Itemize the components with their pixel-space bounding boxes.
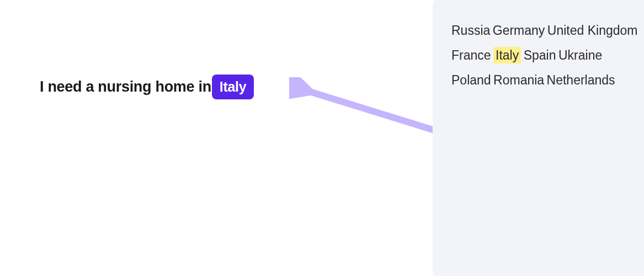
country-option-italy[interactable]: Italy: [493, 49, 521, 62]
sentence-builder: I need a nursing home in Italy: [40, 75, 254, 99]
country-dropdown-panel: Russia Germany United Kingdom France Ita…: [433, 0, 644, 276]
country-option-germany[interactable]: Germany: [493, 24, 545, 37]
country-option-spain[interactable]: Spain: [524, 49, 556, 62]
country-option-united-kingdom[interactable]: United Kingdom: [547, 24, 638, 37]
country-option-romania[interactable]: Romania: [493, 74, 544, 87]
country-option-netherlands[interactable]: Netherlands: [547, 74, 615, 87]
country-option-russia[interactable]: Russia: [451, 24, 490, 37]
country-option-ukraine[interactable]: Ukraine: [558, 49, 602, 62]
country-list: Russia Germany United Kingdom France Ita…: [451, 24, 644, 99]
svg-line-0: [299, 88, 433, 130]
sentence-prefix: I need a nursing home in: [40, 78, 211, 95]
connector-arrow-icon: [289, 77, 438, 138]
selected-country-pill[interactable]: Italy: [212, 75, 254, 99]
country-option-france[interactable]: France: [451, 49, 491, 62]
country-option-poland[interactable]: Poland: [451, 74, 491, 87]
